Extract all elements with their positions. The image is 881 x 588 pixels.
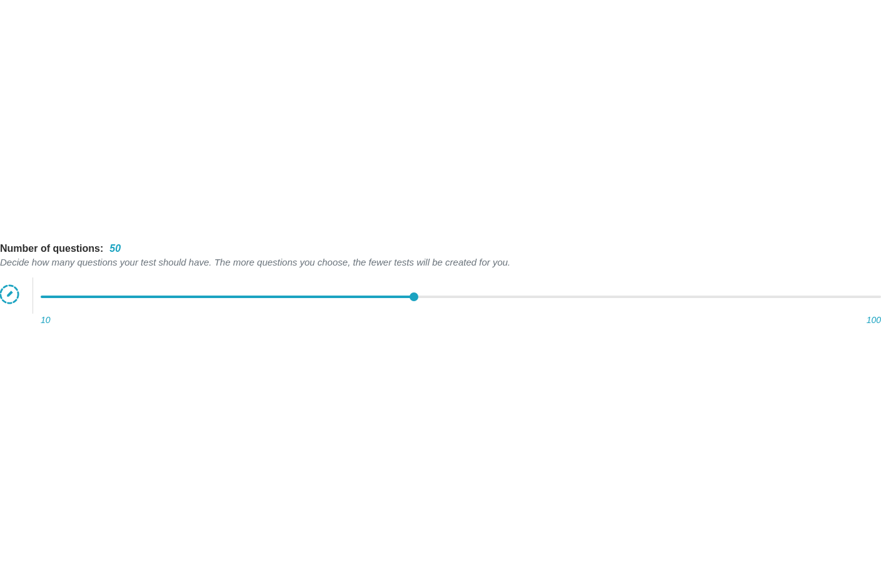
questions-slider[interactable] [41, 292, 881, 301]
slider-thumb[interactable] [410, 292, 418, 301]
slider-row: 10 100 [0, 285, 881, 325]
edit-icon [0, 284, 20, 305]
heading-row: Number of questions: 50 [0, 243, 881, 254]
vertical-divider [33, 277, 33, 314]
slider-labels: 10 100 [41, 315, 881, 325]
slider-min-label: 10 [41, 315, 51, 325]
slider-max-label: 100 [867, 315, 881, 325]
slider-container: 10 100 [41, 285, 881, 325]
description-text: Decide how many questions your test shou… [0, 257, 881, 267]
questions-value: 50 [109, 243, 121, 254]
slider-fill [41, 296, 414, 298]
questions-label: Number of questions: [0, 243, 103, 254]
